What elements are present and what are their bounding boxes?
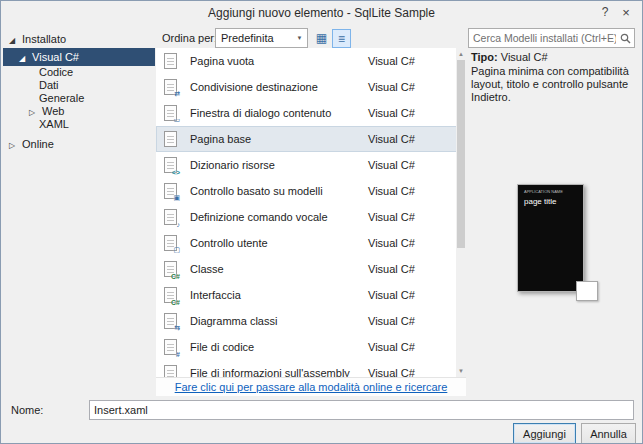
tree-node-label: Dati [39, 79, 59, 91]
template-row-interfaccia[interactable]: C# Interfaccia Visual C# [156, 282, 466, 308]
template-row-dizionario-risorse[interactable]: <> Dizionario risorse Visual C# [156, 152, 466, 178]
template-row-diagramma-classi[interactable]: ⇆ Diagramma classi Visual C# [156, 308, 466, 334]
template-row-file-informazioni[interactable]: i File di informazioni sull'assembly Vis… [156, 360, 466, 377]
tree-node-visual-csharp[interactable]: ◢ Visual C# [3, 48, 155, 66]
tree-node-label: XAML [39, 118, 69, 130]
close-button[interactable]: × [617, 4, 635, 22]
list-view-icon: ≡ [338, 32, 345, 46]
template-type-line: Tipo: Visual C# [471, 51, 548, 63]
tree-node-web[interactable]: ▷ Web [3, 105, 155, 118]
preview-app-name: APPLICATION NAME [524, 189, 563, 194]
add-new-item-dialog: Aggiungi nuovo elemento - SqlLite Sample… [0, 0, 643, 444]
tree-node-label: Visual C# [32, 51, 79, 63]
template-row-file-di-codice[interactable]: # File di codice Visual C# [156, 334, 466, 360]
tree-node-label: Installato [22, 33, 66, 45]
scroll-up-icon[interactable]: ▲ [456, 48, 466, 60]
expanded-arrow-icon[interactable]: ◢ [9, 32, 19, 49]
class-icon: C# [164, 261, 177, 277]
template-row-classe[interactable]: C# Classe Visual C# [156, 256, 466, 282]
template-row-finestra-dialogo[interactable]: ▭ Finestra di dialogo contenuto Visual C… [156, 100, 466, 126]
sort-dropdown-value: Predefinita [216, 32, 292, 44]
collapsed-arrow-icon[interactable]: ▷ [9, 137, 19, 154]
grid-view-icon: ▦ [316, 31, 327, 45]
add-button[interactable]: Aggiungi [513, 423, 576, 444]
type-label: Tipo: [471, 51, 498, 63]
help-button[interactable]: ? [596, 4, 614, 22]
dialog-title: Aggiungi nuovo elemento - SqlLite Sample [1, 1, 642, 25]
tree-node-xaml[interactable]: XAML [3, 118, 155, 131]
type-value: Visual C# [501, 51, 548, 63]
class-diagram-icon: ⇆ [164, 313, 177, 329]
sort-by-label: Ordina per: [162, 32, 217, 44]
chevron-down-icon: ▼ [292, 35, 307, 41]
template-preview-image: APPLICATION NAME page title [517, 184, 584, 292]
template-search-box[interactable] [468, 28, 635, 48]
list-view-button[interactable]: ≡ [332, 29, 351, 48]
medium-icons-view-button[interactable]: ▦ [312, 29, 331, 48]
voice-command-icon: ♪ [164, 209, 177, 225]
template-row-pagina-base[interactable]: Pagina base Visual C# [156, 126, 466, 152]
template-row-pagina-vuota[interactable]: Pagina vuota Visual C# [156, 48, 466, 74]
code-file-icon: # [164, 339, 177, 355]
template-row-controllo-modelli[interactable]: ▣ Controllo basato su modelli Visual C# [156, 178, 466, 204]
category-tree: ◢ Installato ◢ Visual C# Codice Dati Gen… [3, 27, 155, 395]
sort-dropdown[interactable]: Predefinita ▼ [215, 28, 308, 48]
search-icon[interactable] [616, 32, 634, 45]
template-row-condivisione-destinazione[interactable]: ⇄ Condivisione destinazione Visual C# [156, 74, 466, 100]
template-row-controllo-utente[interactable]: ▢ Controllo utente Visual C# [156, 230, 466, 256]
resource-dictionary-icon: <> [164, 157, 177, 173]
template-row-comando-vocale[interactable]: ♪ Definizione comando vocale Visual C# [156, 204, 466, 230]
user-control-icon: ▢ [164, 235, 177, 251]
tree-node-label: Codice [39, 66, 73, 78]
scroll-down-icon[interactable]: ▼ [456, 365, 466, 377]
tree-node-dati[interactable]: Dati [3, 79, 155, 92]
tree-node-label: Web [42, 105, 64, 117]
template-list: Pagina vuota Visual C# ⇄ Condivisione de… [156, 48, 466, 377]
assembly-info-icon: i [164, 365, 177, 377]
search-input[interactable] [469, 32, 616, 44]
preview-page-title: page title [524, 197, 556, 206]
cancel-button[interactable]: Annulla [581, 423, 636, 444]
tree-node-label: Online [22, 138, 54, 150]
tree-node-label: Generale [39, 92, 84, 104]
tree-node-online[interactable]: ▷ Online [3, 136, 155, 153]
template-description: Pagina minima con compatibilità layout, … [471, 65, 637, 104]
templated-control-icon: ▣ [164, 183, 177, 199]
tree-node-codice[interactable]: Codice [3, 66, 155, 79]
name-label: Nome: [11, 404, 43, 416]
online-link-bar: Fare clic qui per passare alla modalità … [156, 377, 466, 396]
list-scrollbar[interactable]: ▲ ▼ [456, 48, 466, 377]
blank-page-icon [164, 53, 177, 69]
share-target-icon: ⇄ [164, 79, 177, 95]
basic-page-icon [164, 131, 177, 147]
file-name-input[interactable] [89, 400, 634, 420]
tree-node-generale[interactable]: Generale [3, 92, 155, 105]
interface-icon: C# [164, 287, 177, 303]
scrollbar-thumb[interactable] [457, 60, 465, 248]
title-bar[interactable]: Aggiungi nuovo elemento - SqlLite Sample… [1, 1, 642, 25]
tree-node-installato[interactable]: ◢ Installato [3, 31, 155, 48]
preview-page-corner [576, 281, 598, 301]
content-dialog-icon: ▭ [164, 105, 177, 121]
